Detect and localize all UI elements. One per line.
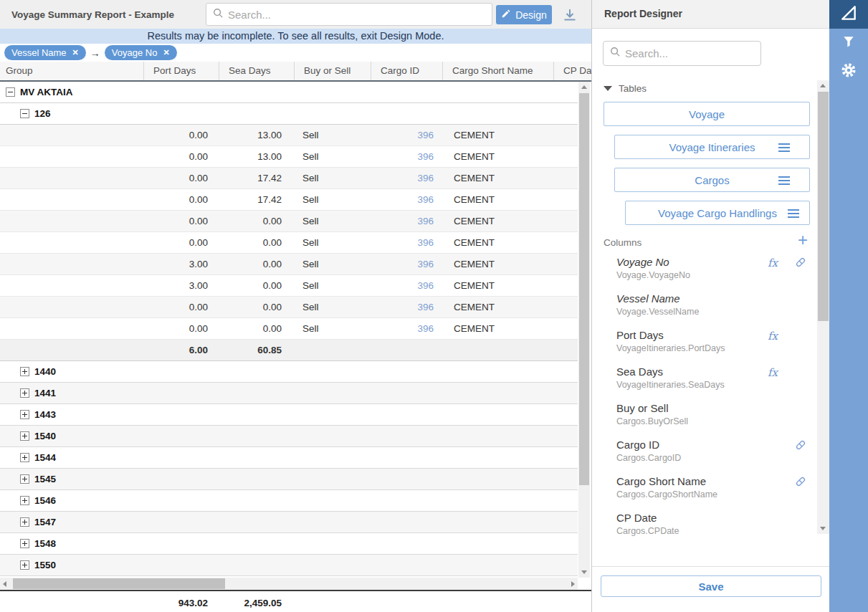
vertical-scrollbar[interactable]: [578, 82, 590, 578]
group-chip-vessel-name[interactable]: Vessel Name ✕: [4, 45, 86, 60]
column-item[interactable]: Voyage No Voyage.VoyageNo fx: [592, 252, 817, 289]
cargo-id-link[interactable]: 396: [371, 151, 434, 162]
expand-icon[interactable]: [20, 560, 29, 570]
search-icon: [213, 8, 224, 21]
expand-icon[interactable]: [20, 410, 29, 419]
columns-section-label: Columns: [604, 237, 642, 248]
buy-or-sell-cell: Sell: [302, 173, 319, 183]
collapse-icon[interactable]: [6, 87, 15, 97]
designer-search-box[interactable]: [603, 41, 761, 66]
group-chip-label: Voyage No: [112, 47, 158, 58]
column-path: VoyageItineraries.SeaDays: [616, 380, 725, 390]
settings-tool-button[interactable]: [829, 57, 868, 86]
cargo-id-link[interactable]: 396: [371, 302, 434, 312]
cargo-id-link[interactable]: 396: [371, 237, 434, 248]
voyage-group-label: 126: [34, 108, 51, 119]
horizontal-scrollbar-thumb[interactable]: [13, 578, 225, 589]
scroll-down-icon[interactable]: [581, 570, 587, 574]
table-button[interactable]: Voyage Itineraries: [614, 135, 810, 159]
expand-icon[interactable]: [20, 496, 29, 505]
group-chip-label: Vessel Name: [11, 47, 67, 58]
expand-icon[interactable]: [20, 388, 29, 398]
scroll-up-icon[interactable]: [820, 84, 826, 87]
column-header-group[interactable]: Group: [0, 62, 143, 80]
column-item[interactable]: Sea Days VoyageItineraries.SeaDays fx: [592, 362, 817, 398]
scroll-left-icon[interactable]: [3, 581, 6, 587]
drag-handle-icon[interactable]: [788, 213, 799, 214]
add-column-icon[interactable]: +: [798, 231, 808, 249]
designer-tool-button[interactable]: [829, 0, 868, 29]
save-button[interactable]: Save: [601, 575, 821, 597]
collapse-icon[interactable]: [20, 109, 29, 118]
formula-icon[interactable]: fx: [768, 366, 778, 379]
table-button[interactable]: Voyage: [604, 102, 810, 126]
cargo-id-link[interactable]: 396: [371, 280, 434, 291]
horizontal-scrollbar[interactable]: [0, 578, 578, 590]
table-row: 0.00 0.00 Sell 396 CEMENT: [0, 297, 578, 318]
expand-icon[interactable]: [20, 517, 29, 527]
cargo-id-link[interactable]: 396: [371, 173, 434, 183]
voyage-group-label: 1548: [34, 538, 56, 549]
expand-icon[interactable]: [20, 474, 29, 484]
column-item[interactable]: CP Date Cargos.CPDate fx: [592, 508, 817, 545]
arrow-right-icon: →: [90, 47, 100, 59]
column-header-cargo-id[interactable]: Cargo ID: [371, 62, 442, 80]
column-header-port-days[interactable]: Port Days: [143, 62, 219, 80]
cargo-id-link[interactable]: 396: [371, 216, 434, 226]
column-path: Voyage.VesselName: [616, 307, 699, 317]
column-item[interactable]: Buy or Sell Cargos.BuyOrSell fx: [592, 398, 817, 435]
buy-or-sell-cell: Sell: [302, 194, 319, 205]
link-icon[interactable]: [794, 439, 807, 454]
designer-scrollbar[interactable]: [817, 80, 829, 534]
sea-days-cell: 17.42: [219, 194, 282, 205]
column-label: Vessel Name: [616, 292, 680, 305]
scroll-right-icon[interactable]: [571, 581, 575, 587]
cargo-id-link[interactable]: 396: [371, 194, 434, 205]
link-icon[interactable]: [794, 256, 807, 272]
close-icon[interactable]: ✕: [163, 48, 169, 57]
formula-icon[interactable]: fx: [768, 330, 778, 343]
download-icon[interactable]: [559, 7, 581, 23]
designer-search-input[interactable]: [625, 47, 754, 59]
scroll-up-icon[interactable]: [581, 85, 587, 89]
vertical-scrollbar-thumb[interactable]: [579, 93, 589, 485]
column-header-sea-days[interactable]: Sea Days: [219, 62, 294, 80]
column-header-buy-or-sell[interactable]: Buy or Sell: [294, 62, 371, 80]
expand-icon[interactable]: [20, 539, 29, 548]
search-input[interactable]: [228, 9, 485, 21]
table-button[interactable]: Voyage Cargo Handlings: [625, 201, 810, 225]
expand-icon[interactable]: [20, 453, 29, 462]
cargo-id-link[interactable]: 396: [371, 323, 434, 334]
drag-handle-icon[interactable]: [778, 180, 790, 181]
column-header-cp-date[interactable]: CP Date: [553, 62, 591, 80]
voyage-group-label: 1544: [34, 452, 56, 463]
group-chip-voyage-no[interactable]: Voyage No ✕: [105, 45, 177, 60]
column-item[interactable]: Vessel Name Voyage.VesselName fx: [592, 289, 817, 325]
expand-icon[interactable]: [20, 431, 29, 441]
design-button[interactable]: Design: [496, 5, 552, 24]
scroll-down-icon[interactable]: [820, 527, 826, 530]
collapsed-group-row: 1548: [0, 533, 578, 555]
column-item[interactable]: Cargo ID Cargos.CargoID fx: [592, 435, 817, 472]
sea-days-cell: 0.00: [219, 259, 282, 269]
main-search-box[interactable]: [206, 3, 492, 26]
sea-days-cell: 0.00: [219, 302, 282, 312]
column-header-cargo-short-name[interactable]: Cargo Short Name: [442, 62, 553, 80]
expand-icon[interactable]: [20, 367, 29, 376]
filter-tool-button[interactable]: [829, 29, 868, 57]
designer-scrollbar-thumb[interactable]: [818, 92, 829, 321]
link-icon[interactable]: [794, 475, 807, 491]
tables-section-header[interactable]: Tables: [604, 83, 647, 94]
drag-handle-icon[interactable]: [778, 147, 790, 148]
column-item[interactable]: Port Days VoyageItineraries.PortDays fx: [592, 325, 817, 362]
column-item[interactable]: Cargo Short Name Cargos.CargoShortName f…: [592, 472, 817, 508]
formula-icon[interactable]: fx: [768, 257, 778, 269]
table-button[interactable]: Cargos: [614, 168, 810, 192]
voyage-group-label: 1440: [34, 366, 56, 377]
cargo-id-link[interactable]: 396: [371, 259, 434, 269]
table-row: 0.00 13.00 Sell 396 CEMENT: [0, 125, 578, 146]
collapsed-group-row: 1440: [0, 361, 578, 383]
cargo-id-link[interactable]: 396: [371, 130, 434, 140]
close-icon[interactable]: ✕: [72, 48, 79, 57]
design-mode-notice: Results may be incomplete. To see all re…: [0, 29, 591, 44]
